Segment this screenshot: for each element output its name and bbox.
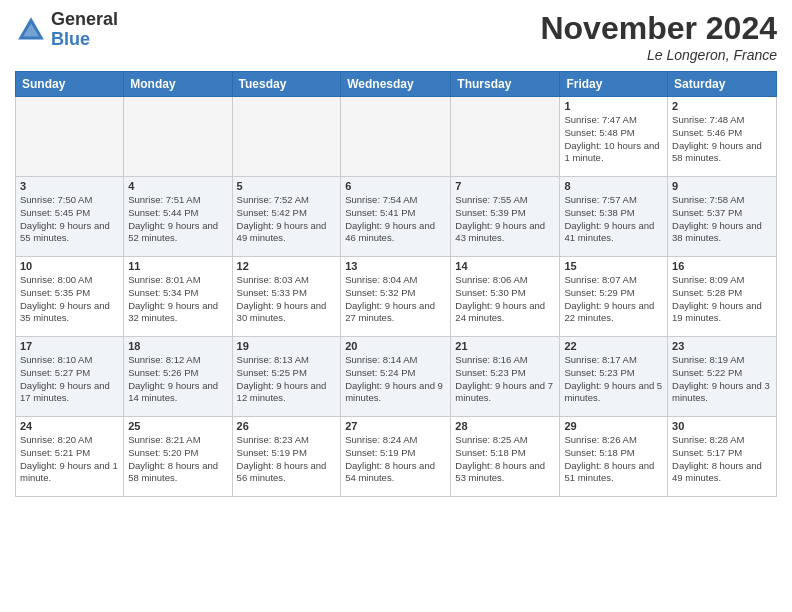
day-info: Sunrise: 8:14 AMSunset: 5:24 PMDaylight:… (345, 354, 446, 405)
day-info: Sunrise: 7:51 AMSunset: 5:44 PMDaylight:… (128, 194, 227, 245)
day-number: 6 (345, 180, 446, 192)
day-number: 7 (455, 180, 555, 192)
logo-icon (15, 14, 47, 46)
day-cell: 4Sunrise: 7:51 AMSunset: 5:44 PMDaylight… (124, 177, 232, 257)
day-info: Sunrise: 7:54 AMSunset: 5:41 PMDaylight:… (345, 194, 446, 245)
day-cell (16, 97, 124, 177)
col-friday: Friday (560, 72, 668, 97)
day-number: 27 (345, 420, 446, 432)
day-cell: 29Sunrise: 8:26 AMSunset: 5:18 PMDayligh… (560, 417, 668, 497)
day-number: 15 (564, 260, 663, 272)
week-row-3: 10Sunrise: 8:00 AMSunset: 5:35 PMDayligh… (16, 257, 777, 337)
day-info: Sunrise: 8:25 AMSunset: 5:18 PMDaylight:… (455, 434, 555, 485)
day-number: 24 (20, 420, 119, 432)
day-cell: 14Sunrise: 8:06 AMSunset: 5:30 PMDayligh… (451, 257, 560, 337)
day-info: Sunrise: 7:47 AMSunset: 5:48 PMDaylight:… (564, 114, 663, 165)
day-cell: 8Sunrise: 7:57 AMSunset: 5:38 PMDaylight… (560, 177, 668, 257)
day-number: 25 (128, 420, 227, 432)
day-number: 23 (672, 340, 772, 352)
day-cell: 19Sunrise: 8:13 AMSunset: 5:25 PMDayligh… (232, 337, 341, 417)
day-cell: 21Sunrise: 8:16 AMSunset: 5:23 PMDayligh… (451, 337, 560, 417)
logo-general: General (51, 9, 118, 29)
day-cell: 20Sunrise: 8:14 AMSunset: 5:24 PMDayligh… (341, 337, 451, 417)
day-info: Sunrise: 8:28 AMSunset: 5:17 PMDaylight:… (672, 434, 772, 485)
day-cell: 1Sunrise: 7:47 AMSunset: 5:48 PMDaylight… (560, 97, 668, 177)
day-number: 19 (237, 340, 337, 352)
col-thursday: Thursday (451, 72, 560, 97)
location: Le Longeron, France (540, 47, 777, 63)
day-number: 4 (128, 180, 227, 192)
day-info: Sunrise: 8:09 AMSunset: 5:28 PMDaylight:… (672, 274, 772, 325)
day-info: Sunrise: 8:04 AMSunset: 5:32 PMDaylight:… (345, 274, 446, 325)
day-number: 13 (345, 260, 446, 272)
logo-blue: Blue (51, 29, 90, 49)
day-info: Sunrise: 8:20 AMSunset: 5:21 PMDaylight:… (20, 434, 119, 485)
day-cell: 17Sunrise: 8:10 AMSunset: 5:27 PMDayligh… (16, 337, 124, 417)
day-cell: 22Sunrise: 8:17 AMSunset: 5:23 PMDayligh… (560, 337, 668, 417)
logo: General Blue (15, 10, 118, 50)
day-info: Sunrise: 7:50 AMSunset: 5:45 PMDaylight:… (20, 194, 119, 245)
day-info: Sunrise: 8:21 AMSunset: 5:20 PMDaylight:… (128, 434, 227, 485)
day-info: Sunrise: 8:06 AMSunset: 5:30 PMDaylight:… (455, 274, 555, 325)
day-cell: 15Sunrise: 8:07 AMSunset: 5:29 PMDayligh… (560, 257, 668, 337)
day-cell: 5Sunrise: 7:52 AMSunset: 5:42 PMDaylight… (232, 177, 341, 257)
day-number: 26 (237, 420, 337, 432)
day-cell: 10Sunrise: 8:00 AMSunset: 5:35 PMDayligh… (16, 257, 124, 337)
day-info: Sunrise: 8:12 AMSunset: 5:26 PMDaylight:… (128, 354, 227, 405)
week-row-4: 17Sunrise: 8:10 AMSunset: 5:27 PMDayligh… (16, 337, 777, 417)
day-number: 9 (672, 180, 772, 192)
day-number: 2 (672, 100, 772, 112)
day-number: 16 (672, 260, 772, 272)
day-number: 29 (564, 420, 663, 432)
day-number: 22 (564, 340, 663, 352)
day-info: Sunrise: 7:48 AMSunset: 5:46 PMDaylight:… (672, 114, 772, 165)
header: General Blue November 2024 Le Longeron, … (15, 10, 777, 63)
col-wednesday: Wednesday (341, 72, 451, 97)
day-number: 1 (564, 100, 663, 112)
day-cell: 25Sunrise: 8:21 AMSunset: 5:20 PMDayligh… (124, 417, 232, 497)
day-number: 11 (128, 260, 227, 272)
day-number: 28 (455, 420, 555, 432)
day-cell: 30Sunrise: 8:28 AMSunset: 5:17 PMDayligh… (668, 417, 777, 497)
day-number: 20 (345, 340, 446, 352)
day-number: 21 (455, 340, 555, 352)
calendar-header-row: Sunday Monday Tuesday Wednesday Thursday… (16, 72, 777, 97)
day-number: 10 (20, 260, 119, 272)
day-info: Sunrise: 7:55 AMSunset: 5:39 PMDaylight:… (455, 194, 555, 245)
day-cell: 28Sunrise: 8:25 AMSunset: 5:18 PMDayligh… (451, 417, 560, 497)
col-saturday: Saturday (668, 72, 777, 97)
day-cell: 7Sunrise: 7:55 AMSunset: 5:39 PMDaylight… (451, 177, 560, 257)
day-cell: 13Sunrise: 8:04 AMSunset: 5:32 PMDayligh… (341, 257, 451, 337)
day-number: 8 (564, 180, 663, 192)
col-sunday: Sunday (16, 72, 124, 97)
day-cell: 3Sunrise: 7:50 AMSunset: 5:45 PMDaylight… (16, 177, 124, 257)
day-cell (451, 97, 560, 177)
day-info: Sunrise: 8:17 AMSunset: 5:23 PMDaylight:… (564, 354, 663, 405)
day-info: Sunrise: 8:26 AMSunset: 5:18 PMDaylight:… (564, 434, 663, 485)
day-cell: 2Sunrise: 7:48 AMSunset: 5:46 PMDaylight… (668, 97, 777, 177)
day-info: Sunrise: 8:03 AMSunset: 5:33 PMDaylight:… (237, 274, 337, 325)
day-info: Sunrise: 8:07 AMSunset: 5:29 PMDaylight:… (564, 274, 663, 325)
day-cell: 23Sunrise: 8:19 AMSunset: 5:22 PMDayligh… (668, 337, 777, 417)
day-info: Sunrise: 8:16 AMSunset: 5:23 PMDaylight:… (455, 354, 555, 405)
day-number: 17 (20, 340, 119, 352)
day-cell (341, 97, 451, 177)
day-info: Sunrise: 7:52 AMSunset: 5:42 PMDaylight:… (237, 194, 337, 245)
day-info: Sunrise: 8:23 AMSunset: 5:19 PMDaylight:… (237, 434, 337, 485)
day-cell: 11Sunrise: 8:01 AMSunset: 5:34 PMDayligh… (124, 257, 232, 337)
day-info: Sunrise: 7:58 AMSunset: 5:37 PMDaylight:… (672, 194, 772, 245)
title-area: November 2024 Le Longeron, France (540, 10, 777, 63)
day-cell: 9Sunrise: 7:58 AMSunset: 5:37 PMDaylight… (668, 177, 777, 257)
month-title: November 2024 (540, 10, 777, 47)
day-info: Sunrise: 8:01 AMSunset: 5:34 PMDaylight:… (128, 274, 227, 325)
day-info: Sunrise: 8:13 AMSunset: 5:25 PMDaylight:… (237, 354, 337, 405)
day-info: Sunrise: 7:57 AMSunset: 5:38 PMDaylight:… (564, 194, 663, 245)
week-row-5: 24Sunrise: 8:20 AMSunset: 5:21 PMDayligh… (16, 417, 777, 497)
week-row-1: 1Sunrise: 7:47 AMSunset: 5:48 PMDaylight… (16, 97, 777, 177)
day-info: Sunrise: 8:24 AMSunset: 5:19 PMDaylight:… (345, 434, 446, 485)
col-monday: Monday (124, 72, 232, 97)
day-cell: 18Sunrise: 8:12 AMSunset: 5:26 PMDayligh… (124, 337, 232, 417)
day-number: 5 (237, 180, 337, 192)
day-info: Sunrise: 8:10 AMSunset: 5:27 PMDaylight:… (20, 354, 119, 405)
page: General Blue November 2024 Le Longeron, … (0, 0, 792, 612)
